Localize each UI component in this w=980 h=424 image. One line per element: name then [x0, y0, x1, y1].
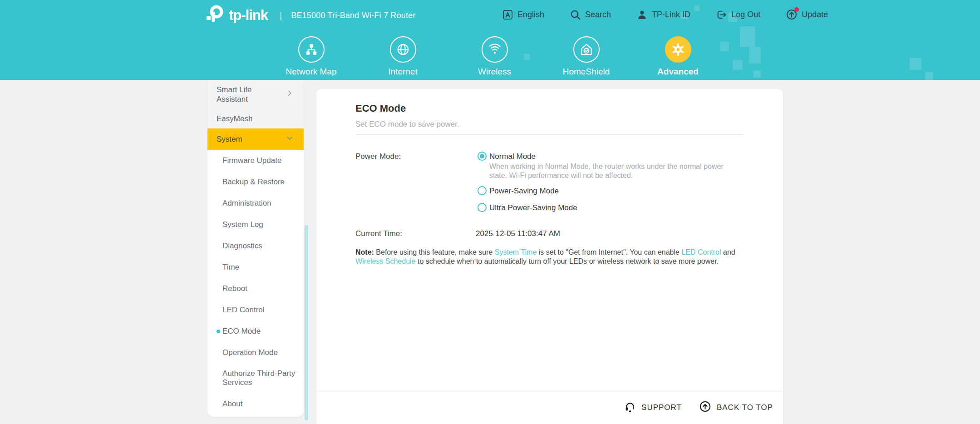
chevron-right-icon	[286, 89, 294, 99]
sidebar-item-label: Operation Mode	[222, 348, 278, 357]
tplink-id-button[interactable]: TP-Link ID	[636, 9, 690, 20]
language-label: English	[517, 10, 544, 20]
logout-icon	[716, 9, 727, 20]
wireless-icon	[482, 36, 508, 63]
sidebar-item-label: Administration	[222, 199, 271, 208]
sidebar-item-label: Authorize Third-Party Services	[222, 369, 297, 388]
router-admin-page: tp-link | BE15000 Tri-Band Wi-Fi 7 Route…	[0, 0, 980, 424]
header-actions: English Search TP-Link I	[502, 0, 828, 29]
update-button[interactable]: Update	[786, 9, 828, 20]
back-to-top-button[interactable]: BACK TO TOP	[699, 400, 773, 415]
chevron-down-icon	[286, 134, 294, 144]
sidebar-item-label: System Log	[222, 220, 263, 229]
active-item-dot	[217, 330, 220, 333]
current-time-label: Current Time:	[355, 229, 402, 238]
tab-label: Internet	[388, 67, 417, 77]
led-control-link[interactable]: LED Control	[681, 248, 721, 256]
sidebar-item-diagnostics[interactable]: Diagnostics	[207, 235, 304, 256]
sidebar-item-system-log[interactable]: System Log	[207, 214, 304, 235]
deco-square	[733, 60, 743, 70]
sidebar-item-label: ECO Mode	[222, 327, 261, 336]
sidebar-item-easymesh[interactable]: EasyMesh	[207, 109, 304, 128]
internet-icon	[390, 36, 416, 63]
panel-footer: SUPPORT BACK TO TOP	[316, 391, 783, 424]
sidebar-item-time[interactable]: Time	[207, 256, 304, 278]
tab-label: HomeShield	[563, 67, 610, 77]
update-icon	[786, 9, 798, 20]
tab-network-map[interactable]: Network Map	[266, 36, 357, 77]
sidebar-item-label: Time	[222, 263, 239, 272]
note-label: Note:	[355, 248, 374, 256]
sidebar-item-about[interactable]: About	[207, 393, 304, 414]
radio-normal-mode[interactable]	[478, 152, 487, 161]
sidebar-item-label: EasyMesh	[217, 114, 252, 123]
sidebar-item-administration[interactable]: Administration	[207, 192, 304, 214]
tab-wireless[interactable]: Wireless	[449, 36, 541, 77]
page-subtitle: Set ECO mode to save power.	[355, 120, 459, 129]
support-label: SUPPORT	[641, 403, 682, 412]
sidebar-item-label: About	[222, 399, 242, 409]
radio-power-saving-mode-label[interactable]: Power-Saving Mode	[489, 187, 559, 196]
deco-square	[740, 26, 755, 47]
sidebar-item-firmware-update[interactable]: Firmware Update	[207, 150, 304, 171]
sidebar-item-label: LED Control	[222, 306, 265, 315]
back-to-top-label: BACK TO TOP	[717, 403, 773, 412]
note-segment: Before using this feature, make sure	[374, 248, 495, 256]
language-button[interactable]: English	[502, 9, 544, 20]
sidebar-item-smart-life-assistant[interactable]: Smart Life Assistant	[207, 80, 304, 109]
sidebar-item-label: Firmware Update	[222, 156, 281, 165]
network-map-icon	[298, 36, 325, 63]
deco-square	[910, 58, 921, 70]
update-badge	[794, 7, 799, 12]
tab-homeshield[interactable]: HomeShield	[541, 36, 632, 77]
system-time-link[interactable]: System Time	[495, 248, 537, 256]
wireless-schedule-link[interactable]: Wireless Schedule	[355, 257, 416, 265]
brand-name: tp-link	[229, 7, 268, 24]
homeshield-icon	[573, 36, 600, 63]
model-name: BE15000 Tri-Band Wi-Fi 7 Router	[291, 11, 415, 20]
brand-separator: |	[280, 10, 282, 21]
tab-internet[interactable]: Internet	[357, 36, 449, 77]
sidebar-item-label: System	[217, 135, 242, 144]
radio-power-saving-mode[interactable]	[478, 186, 487, 195]
radio-ultra-power-saving-mode-label[interactable]: Ultra Power-Saving Mode	[489, 203, 577, 212]
radio-normal-mode-label[interactable]: Normal Mode	[489, 152, 536, 161]
deco-square	[925, 72, 933, 80]
sidebar-item-authorize-third-party-services[interactable]: Authorize Third-Party Services	[207, 363, 304, 393]
language-icon	[502, 9, 513, 20]
radio-ultra-power-saving-mode[interactable]	[478, 203, 487, 212]
sidebar-item-label: Reboot	[222, 284, 247, 293]
sidebar-item-led-control[interactable]: LED Control	[207, 299, 304, 320]
sidebar-item-eco-mode[interactable]: ECO Mode	[207, 320, 304, 342]
headset-icon	[624, 400, 636, 415]
sidebar-system-submenu: Firmware Update Backup & Restore Adminis…	[207, 150, 304, 414]
update-label: Update	[802, 10, 828, 20]
search-label: Search	[585, 10, 611, 20]
sidebar-scrollbar[interactable]	[305, 225, 308, 420]
user-icon	[636, 9, 648, 20]
advanced-gear-icon	[665, 36, 691, 63]
power-mode-label: Power Mode:	[355, 152, 401, 161]
support-button[interactable]: SUPPORT	[624, 400, 682, 415]
current-time-value: 2025-12-05 11:03:47 AM	[476, 229, 560, 238]
header: tp-link | BE15000 Tri-Band Wi-Fi 7 Route…	[0, 0, 980, 80]
sidebar-item-label: Smart Life Assistant	[217, 85, 279, 104]
sidebar-item-reboot[interactable]: Reboot	[207, 278, 304, 299]
sidebar-item-system[interactable]: System	[207, 128, 304, 150]
sidebar-item-operation-mode[interactable]: Operation Mode	[207, 342, 304, 363]
main-panel: ECO Mode Set ECO mode to save power. Pow…	[316, 89, 783, 424]
footer-actions: SUPPORT BACK TO TOP	[624, 391, 773, 424]
search-icon	[570, 9, 581, 20]
tplink-id-label: TP-Link ID	[652, 10, 690, 20]
tab-advanced[interactable]: Advanced	[632, 36, 724, 77]
sidebar: Smart Life Assistant EasyMesh System Fir…	[207, 80, 304, 417]
note-segment: to schedule when to automatically turn o…	[416, 257, 719, 265]
logout-label: Log Out	[731, 10, 760, 20]
title-divider	[355, 134, 743, 135]
sidebar-item-label: Backup & Restore	[222, 177, 285, 187]
tab-label: Network Map	[286, 67, 337, 77]
logout-button[interactable]: Log Out	[716, 9, 760, 20]
sidebar-item-backup-restore[interactable]: Backup & Restore	[207, 171, 304, 192]
search-button[interactable]: Search	[570, 9, 611, 20]
page-title: ECO Mode	[355, 103, 406, 114]
